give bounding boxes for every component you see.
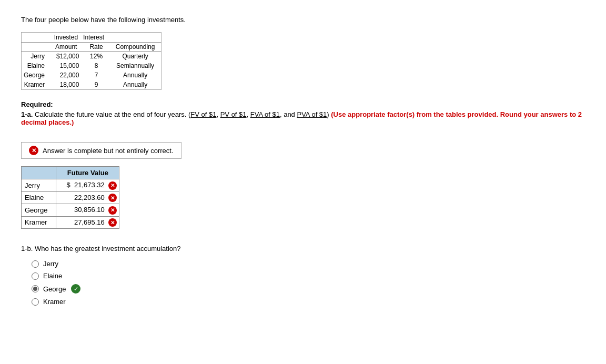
table-row-george: George 22,000 7 Annually [22,70,161,80]
sub-rate: Rate [83,43,109,52]
x-icon: ✕ [29,146,38,155]
row-rate-jerry: 12% [83,52,109,62]
row-name-kramer: Kramer [22,80,49,90]
question-1b-label: 1-b. [21,245,33,252]
result-row-george: George 30,856.10 ✕ [22,204,119,217]
row-amount-kramer: 18,000 [49,80,83,90]
error-icon-elaine: ✕ [108,194,117,202]
link-pva[interactable]: PVA of $1 [297,110,327,118]
required-section: Required: 1-a. Calculate the future valu… [21,100,585,126]
radio-label-jerry: Jerry [43,260,58,268]
result-row-kramer: Kramer 27,695.16 ✕ [22,216,119,229]
instruction-text-prefix: 1-a. Calculate the future value at the e… [21,110,190,118]
radio-item-elaine[interactable]: Elaine [32,272,585,280]
question-1b-text: 1-b. Who has the greatest investment acc… [21,245,585,252]
check-icon-george: ✓ [71,284,80,294]
row-compound-elaine: Semiannually [109,61,161,70]
required-label: Required: [21,100,585,108]
answer-status-text: Answer is complete but not entirely corr… [43,147,174,155]
radio-elaine[interactable] [32,272,39,280]
answer-status-box: ✕ Answer is complete but not entirely co… [21,142,181,159]
radio-group: Jerry Elaine George ✓ Kramer [32,260,585,306]
error-icon-jerry: ✕ [108,181,117,190]
comma1: , [216,110,220,118]
radio-label-elaine: Elaine [43,272,62,280]
radio-item-kramer[interactable]: Kramer [32,298,585,306]
row-rate-kramer: 9 [83,80,109,90]
result-name-george: George [22,204,56,217]
result-name-jerry: Jerry [22,179,56,192]
error-icon-george: ✕ [108,206,117,215]
row-amount-jerry: $12,000 [49,52,83,62]
result-row-jerry: Jerry $ 21,673.32 ✕ [22,179,119,192]
error-icon-kramer: ✕ [108,218,117,227]
result-name-elaine: Elaine [22,191,56,204]
instruction-1a: 1-a. Calculate the future value at the e… [21,110,585,126]
row-compound-george: Annually [109,70,161,80]
section-1b: 1-b. Who has the greatest investment acc… [21,245,585,306]
and-text: , and [280,110,297,118]
sub-compounding: Compounding [109,43,161,52]
row-name-george: George [22,70,49,80]
row-amount-elaine: 15,000 [49,61,83,70]
results-header-value: Future Value [56,167,119,179]
result-value-kramer: 27,695.16 ✕ [56,216,119,229]
radio-label-kramer: Kramer [43,298,66,306]
col-empty [22,33,49,43]
results-header-name [22,167,56,179]
table-row-elaine: Elaine 15,000 8 Semiannually [22,61,161,70]
row-rate-george: 7 [83,70,109,80]
table-row-kramer: Kramer 18,000 9 Annually [22,80,161,90]
results-table: Future Value Jerry $ 21,673.32 ✕ Elaine … [21,166,119,229]
result-value-jerry: $ 21,673.32 ✕ [56,179,119,192]
result-value-george: 30,856.10 ✕ [56,204,119,217]
result-name-kramer: Kramer [22,216,56,229]
row-name-elaine: Elaine [22,61,49,70]
link-pv[interactable]: PV of $1 [220,110,247,118]
row-compound-kramer: Annually [109,80,161,90]
sub-amount: Amount [49,43,83,52]
row-amount-george: 22,000 [49,70,83,80]
comma2: , [247,110,250,118]
radio-kramer[interactable] [32,298,39,306]
col-compounding-header [109,33,161,43]
col-invested-interest: Invested Interest [49,33,109,43]
result-value-elaine: 22,203.60 ✕ [56,191,119,204]
radio-item-jerry[interactable]: Jerry [32,260,585,268]
radio-george[interactable] [32,285,39,292]
radio-jerry[interactable] [32,260,39,268]
row-compound-jerry: Quarterly [109,52,161,62]
row-name-jerry: Jerry [22,52,49,62]
link-fva[interactable]: FVA of $1 [250,110,280,118]
link-fv[interactable]: FV of $1 [190,110,216,118]
investment-table: Invested Interest Amount Rate Compoundin… [21,32,161,90]
radio-item-george[interactable]: George ✓ [32,284,585,294]
intro-text: The four people below have the following… [21,16,585,24]
result-row-elaine: Elaine 22,203.60 ✕ [22,191,119,204]
row-rate-elaine: 8 [83,61,109,70]
radio-label-george: George [43,285,66,293]
sub-empty [22,43,49,52]
table-row-jerry: Jerry $12,000 12% Quarterly [22,52,161,62]
